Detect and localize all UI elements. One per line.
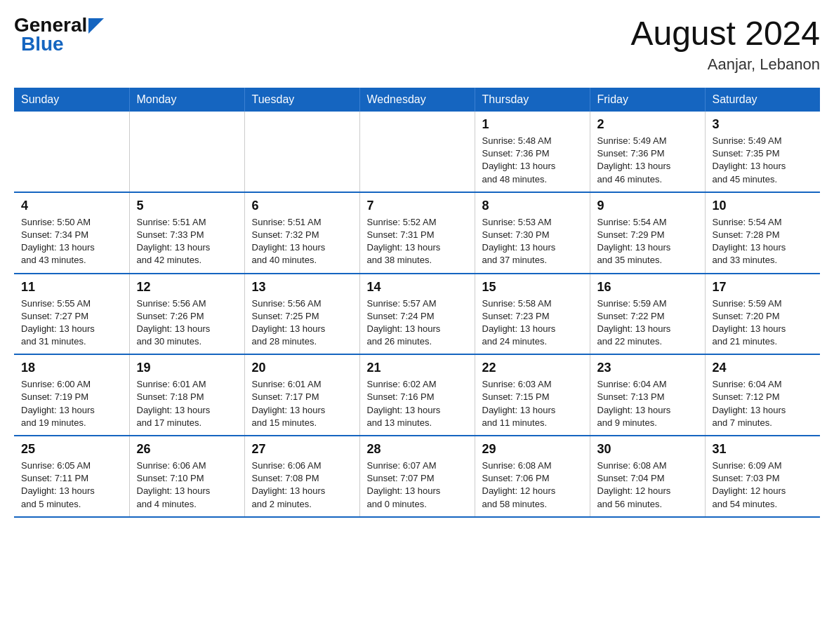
day-info-13: Sunrise: 5:56 AM Sunset: 7:25 PM Dayligh… [252, 297, 352, 349]
day-number-26: 26 [137, 442, 237, 457]
day-number-4: 4 [21, 199, 122, 213]
day-cell-22: 22Sunrise: 6:03 AM Sunset: 7:15 PM Dayli… [475, 354, 590, 436]
day-info-7: Sunrise: 5:52 AM Sunset: 7:31 PM Dayligh… [367, 216, 468, 267]
calendar-location: Aanjar, Lebanon [630, 55, 820, 74]
day-number-19: 19 [137, 361, 237, 375]
day-number-16: 16 [597, 280, 698, 295]
day-cell-2: 2Sunrise: 5:49 AM Sunset: 7:36 PM Daylig… [590, 112, 705, 192]
day-number-8: 8 [482, 199, 583, 213]
calendar-table: SundayMondayTuesdayWednesdayThursdayFrid… [14, 88, 820, 518]
day-cell-31: 31Sunrise: 6:09 AM Sunset: 7:03 PM Dayli… [705, 436, 820, 517]
day-cell-3: 3Sunrise: 5:49 AM Sunset: 7:35 PM Daylig… [705, 112, 820, 192]
day-info-9: Sunrise: 5:54 AM Sunset: 7:29 PM Dayligh… [597, 216, 698, 267]
day-number-3: 3 [713, 117, 814, 132]
calendar-title: August 2024 [630, 14, 820, 53]
day-info-21: Sunrise: 6:02 AM Sunset: 7:16 PM Dayligh… [367, 378, 468, 429]
weekday-header-tuesday: Tuesday [244, 88, 359, 112]
day-cell-11: 11Sunrise: 5:55 AM Sunset: 7:27 PM Dayli… [14, 274, 129, 355]
svg-marker-0 [88, 18, 104, 34]
page-header: General Blue August 2024 Aanjar, Lebanon [14, 14, 820, 74]
weekday-header-saturday: Saturday [705, 88, 820, 112]
calendar-week-2: 4Sunrise: 5:50 AM Sunset: 7:34 PM Daylig… [14, 192, 820, 274]
day-number-20: 20 [252, 361, 352, 375]
day-cell-19: 19Sunrise: 6:01 AM Sunset: 7:18 PM Dayli… [129, 354, 244, 436]
day-info-14: Sunrise: 5:57 AM Sunset: 7:24 PM Dayligh… [367, 297, 468, 349]
day-info-28: Sunrise: 6:07 AM Sunset: 7:07 PM Dayligh… [367, 459, 468, 511]
day-cell-8: 8Sunrise: 5:53 AM Sunset: 7:30 PM Daylig… [475, 192, 590, 274]
day-number-12: 12 [137, 280, 237, 295]
calendar-week-5: 25Sunrise: 6:05 AM Sunset: 7:11 PM Dayli… [14, 436, 820, 517]
day-cell-13: 13Sunrise: 5:56 AM Sunset: 7:25 PM Dayli… [244, 274, 359, 355]
empty-cell [359, 112, 475, 192]
day-cell-1: 1Sunrise: 5:48 AM Sunset: 7:36 PM Daylig… [475, 112, 590, 192]
day-cell-9: 9Sunrise: 5:54 AM Sunset: 7:29 PM Daylig… [590, 192, 705, 274]
day-cell-24: 24Sunrise: 6:04 AM Sunset: 7:12 PM Dayli… [705, 354, 820, 436]
day-info-1: Sunrise: 5:48 AM Sunset: 7:36 PM Dayligh… [482, 135, 583, 186]
day-cell-12: 12Sunrise: 5:56 AM Sunset: 7:26 PM Dayli… [129, 274, 244, 355]
logo: General Blue [14, 14, 104, 55]
calendar-week-3: 11Sunrise: 5:55 AM Sunset: 7:27 PM Dayli… [14, 274, 820, 355]
day-info-31: Sunrise: 6:09 AM Sunset: 7:03 PM Dayligh… [713, 459, 814, 511]
day-info-8: Sunrise: 5:53 AM Sunset: 7:30 PM Dayligh… [482, 216, 583, 267]
day-info-26: Sunrise: 6:06 AM Sunset: 7:10 PM Dayligh… [137, 459, 237, 511]
weekday-header-thursday: Thursday [475, 88, 590, 112]
day-number-23: 23 [597, 361, 698, 375]
day-number-29: 29 [482, 442, 583, 457]
calendar-week-1: 1Sunrise: 5:48 AM Sunset: 7:36 PM Daylig… [14, 112, 820, 192]
day-number-21: 21 [367, 361, 468, 375]
day-number-17: 17 [713, 280, 814, 295]
weekday-header-wednesday: Wednesday [359, 88, 475, 112]
day-info-30: Sunrise: 6:08 AM Sunset: 7:04 PM Dayligh… [597, 459, 698, 511]
day-cell-6: 6Sunrise: 5:51 AM Sunset: 7:32 PM Daylig… [244, 192, 359, 274]
weekday-header-friday: Friday [590, 88, 705, 112]
day-info-15: Sunrise: 5:58 AM Sunset: 7:23 PM Dayligh… [482, 297, 583, 349]
day-cell-26: 26Sunrise: 6:06 AM Sunset: 7:10 PM Dayli… [129, 436, 244, 517]
day-number-28: 28 [367, 442, 468, 457]
empty-cell [14, 112, 129, 192]
day-info-17: Sunrise: 5:59 AM Sunset: 7:20 PM Dayligh… [713, 297, 814, 349]
day-cell-28: 28Sunrise: 6:07 AM Sunset: 7:07 PM Dayli… [359, 436, 475, 517]
day-info-4: Sunrise: 5:50 AM Sunset: 7:34 PM Dayligh… [21, 216, 122, 267]
day-info-24: Sunrise: 6:04 AM Sunset: 7:12 PM Dayligh… [713, 378, 814, 429]
day-number-7: 7 [367, 199, 468, 213]
day-cell-10: 10Sunrise: 5:54 AM Sunset: 7:28 PM Dayli… [705, 192, 820, 274]
day-cell-27: 27Sunrise: 6:06 AM Sunset: 7:08 PM Dayli… [244, 436, 359, 517]
day-number-2: 2 [597, 117, 698, 132]
day-number-27: 27 [252, 442, 352, 457]
day-info-2: Sunrise: 5:49 AM Sunset: 7:36 PM Dayligh… [597, 135, 698, 186]
empty-cell [129, 112, 244, 192]
day-cell-23: 23Sunrise: 6:04 AM Sunset: 7:13 PM Dayli… [590, 354, 705, 436]
day-number-14: 14 [367, 280, 468, 295]
day-info-6: Sunrise: 5:51 AM Sunset: 7:32 PM Dayligh… [252, 216, 352, 267]
calendar-week-4: 18Sunrise: 6:00 AM Sunset: 7:19 PM Dayli… [14, 354, 820, 436]
day-info-10: Sunrise: 5:54 AM Sunset: 7:28 PM Dayligh… [713, 216, 814, 267]
day-number-22: 22 [482, 361, 583, 375]
day-cell-21: 21Sunrise: 6:02 AM Sunset: 7:16 PM Dayli… [359, 354, 475, 436]
logo-arrow-icon [88, 18, 104, 34]
day-number-9: 9 [597, 199, 698, 213]
logo-blue-text: Blue [21, 33, 64, 55]
calendar-header-row: SundayMondayTuesdayWednesdayThursdayFrid… [14, 88, 820, 112]
day-cell-20: 20Sunrise: 6:01 AM Sunset: 7:17 PM Dayli… [244, 354, 359, 436]
day-number-18: 18 [21, 361, 122, 375]
day-info-5: Sunrise: 5:51 AM Sunset: 7:33 PM Dayligh… [137, 216, 237, 267]
day-number-13: 13 [252, 280, 352, 295]
day-info-25: Sunrise: 6:05 AM Sunset: 7:11 PM Dayligh… [21, 459, 122, 511]
day-cell-7: 7Sunrise: 5:52 AM Sunset: 7:31 PM Daylig… [359, 192, 475, 274]
day-number-15: 15 [482, 280, 583, 295]
day-cell-14: 14Sunrise: 5:57 AM Sunset: 7:24 PM Dayli… [359, 274, 475, 355]
day-info-11: Sunrise: 5:55 AM Sunset: 7:27 PM Dayligh… [21, 297, 122, 349]
day-cell-30: 30Sunrise: 6:08 AM Sunset: 7:04 PM Dayli… [590, 436, 705, 517]
day-info-18: Sunrise: 6:00 AM Sunset: 7:19 PM Dayligh… [21, 378, 122, 429]
day-info-20: Sunrise: 6:01 AM Sunset: 7:17 PM Dayligh… [252, 378, 352, 429]
day-number-11: 11 [21, 280, 122, 295]
day-cell-29: 29Sunrise: 6:08 AM Sunset: 7:06 PM Dayli… [475, 436, 590, 517]
day-info-22: Sunrise: 6:03 AM Sunset: 7:15 PM Dayligh… [482, 378, 583, 429]
day-cell-4: 4Sunrise: 5:50 AM Sunset: 7:34 PM Daylig… [14, 192, 129, 274]
day-cell-16: 16Sunrise: 5:59 AM Sunset: 7:22 PM Dayli… [590, 274, 705, 355]
day-number-1: 1 [482, 117, 583, 132]
day-number-5: 5 [137, 199, 237, 213]
day-number-10: 10 [713, 199, 814, 213]
day-info-12: Sunrise: 5:56 AM Sunset: 7:26 PM Dayligh… [137, 297, 237, 349]
day-info-16: Sunrise: 5:59 AM Sunset: 7:22 PM Dayligh… [597, 297, 698, 349]
